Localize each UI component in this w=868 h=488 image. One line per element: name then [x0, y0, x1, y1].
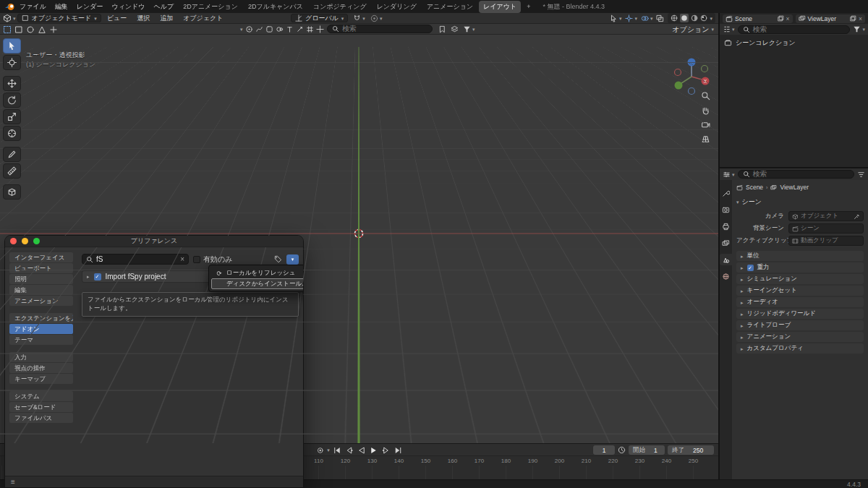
next-keyframe-button[interactable] — [380, 445, 391, 455]
filter-lattice-icon[interactable] — [306, 25, 314, 33]
menu-object[interactable]: オブジェクト — [179, 14, 227, 23]
properties-filter-icon[interactable] — [857, 171, 865, 179]
xray-toggle[interactable] — [656, 14, 664, 22]
start-frame-field[interactable]: 開始1 — [629, 445, 665, 455]
gizmo-neg-z-axis[interactable] — [689, 88, 695, 95]
enabled-only-toggle[interactable]: 有効のみ — [193, 254, 232, 265]
nav-navigation[interactable]: 視点の操作 — [9, 363, 73, 373]
end-frame-field[interactable]: 終了250 — [668, 445, 714, 455]
active-tool-icon[interactable] — [3, 25, 12, 34]
shading-rendered-button[interactable] — [700, 14, 707, 22]
camera-object-field[interactable]: オブジェクト — [788, 211, 864, 221]
tab-output[interactable] — [720, 221, 732, 232]
tab-world[interactable] — [720, 270, 732, 282]
annotate-tool[interactable] — [3, 147, 21, 162]
cursor-tool[interactable] — [3, 55, 21, 70]
proportional-editing-toggle[interactable]: ▾ — [370, 14, 383, 22]
new-viewlayer-icon[interactable] — [850, 15, 856, 22]
select-box-tool[interactable] — [3, 38, 21, 53]
workspace-tab-compositing[interactable]: コンポジティング — [309, 1, 371, 13]
active-clip-field[interactable]: 動画クリップ — [788, 236, 864, 246]
filter-curve-icon[interactable] — [255, 25, 263, 33]
outliner-filter-button[interactable]: ▾ — [853, 25, 865, 33]
close-window-button[interactable] — [10, 238, 17, 244]
remove-viewlayer-icon[interactable]: × — [859, 15, 862, 22]
section-keying-sets[interactable]: ▸キーイングセット — [736, 286, 864, 296]
bookmark-icon[interactable] — [438, 25, 446, 33]
expand-addon-icon[interactable]: ▸ — [87, 274, 90, 279]
gizmo-neg-x-axis[interactable] — [675, 69, 681, 76]
scene-selector[interactable]: Scene × — [723, 14, 793, 23]
show-gizmo-button[interactable]: ▾ — [625, 14, 637, 22]
tab-viewlayer[interactable] — [720, 237, 732, 249]
gizmo-neg-y-axis[interactable] — [702, 66, 708, 72]
section-custom-properties[interactable]: ▸カスタムプロパティ — [736, 343, 864, 354]
eyedropper-icon[interactable] — [854, 213, 860, 220]
filter-button[interactable]: ▾ — [463, 25, 475, 33]
gizmo-y-axis[interactable] — [675, 82, 683, 90]
menu-item-refresh-local[interactable]: ⟳ローカルをリフレッシュ — [211, 267, 304, 278]
nav-system[interactable]: システム — [9, 391, 73, 401]
properties-editor-type-button[interactable]: ▾ — [723, 171, 735, 179]
editor-type-button[interactable]: ▾ — [3, 14, 16, 22]
gravity-checkbox[interactable]: ✓ — [747, 265, 754, 271]
layers-icon[interactable] — [451, 25, 459, 33]
tab-render[interactable] — [720, 204, 732, 215]
zoom-button[interactable] — [699, 90, 712, 101]
nav-input[interactable]: 入力 — [9, 352, 73, 362]
section-animation[interactable]: ▸アニメーション — [736, 332, 864, 342]
menu-render[interactable]: レンダー — [72, 2, 108, 12]
preview-range-clock-icon[interactable] — [618, 446, 626, 454]
workspace-tab-2danimation[interactable]: 2Dアニメーション — [179, 1, 242, 13]
menu-edit[interactable]: 編集 — [51, 2, 72, 12]
section-gravity[interactable]: ▸✓重力 — [736, 262, 864, 273]
tool-search-input[interactable]: 検索 — [327, 25, 433, 33]
tool-option-icon-4[interactable] — [49, 25, 58, 34]
workspace-tab-layout[interactable]: レイアウト — [479, 1, 521, 13]
filter-text-icon[interactable] — [286, 25, 294, 33]
addon-extras-button[interactable]: ▾ — [286, 254, 299, 265]
pan-button[interactable] — [699, 104, 712, 116]
enabled-only-checkbox[interactable] — [193, 256, 200, 263]
scene-collection-row[interactable]: シーンコレクション — [724, 38, 864, 48]
rotate-tool[interactable] — [3, 93, 21, 108]
nav-interface[interactable]: インターフェイス — [9, 252, 73, 262]
filter-surface-icon[interactable] — [265, 25, 273, 33]
menu-item-install-from-disk[interactable]: ディスクからインストール... — [211, 278, 304, 289]
tool-option-icon-2[interactable] — [26, 25, 35, 34]
section-simulation[interactable]: ▸シミュレーション — [736, 274, 864, 284]
nav-file-paths[interactable]: ファイルパス — [9, 413, 73, 423]
menu-add[interactable]: 追加 — [156, 14, 177, 23]
play-reverse-button[interactable] — [356, 445, 367, 455]
addon-enabled-checkbox[interactable]: ✓ — [94, 273, 101, 281]
mode-select[interactable]: オブジェクトモード▾ — [17, 14, 101, 22]
menu-file[interactable]: ファイル — [15, 2, 51, 12]
perspective-toggle-button[interactable] — [699, 133, 712, 145]
hamburger-menu-icon[interactable]: ≡ — [11, 478, 15, 486]
breadcrumb-viewlayer[interactable]: ViewLayer — [780, 184, 809, 191]
section-units[interactable]: ▸単位 — [736, 251, 864, 261]
section-audio[interactable]: ▸オーディオ — [736, 297, 864, 307]
tags-icon[interactable] — [274, 255, 282, 263]
section-rigid-body-world[interactable]: ▸リジッドボディワールド — [736, 309, 864, 319]
unlink-scene-icon[interactable]: × — [786, 15, 790, 22]
nav-editing[interactable]: 編集 — [9, 285, 73, 295]
tool-option-icon-3[interactable] — [38, 25, 46, 34]
play-button[interactable] — [368, 445, 379, 455]
prev-keyframe-button[interactable] — [344, 445, 354, 455]
auto-keying-button[interactable] — [315, 445, 326, 455]
addon-search-input[interactable]: fS × — [82, 254, 189, 265]
filter-meta-icon[interactable] — [276, 25, 284, 33]
minimize-window-button[interactable] — [22, 238, 28, 244]
shading-solid-button[interactable] — [680, 14, 689, 22]
add-cube-tool[interactable] — [3, 184, 21, 200]
properties-search-input[interactable]: 検索 — [738, 170, 854, 179]
camera-view-button[interactable] — [699, 119, 712, 130]
new-scene-icon[interactable] — [778, 15, 784, 22]
clear-search-icon[interactable]: × — [180, 255, 184, 263]
nav-get-extensions[interactable]: エクステンションを入手 — [9, 313, 73, 323]
shading-material-button[interactable] — [691, 14, 698, 22]
workspace-tab-animation[interactable]: アニメーション — [422, 1, 477, 13]
background-scene-field[interactable]: シーン — [788, 223, 864, 234]
options-button[interactable]: オプション▾ — [672, 25, 714, 34]
